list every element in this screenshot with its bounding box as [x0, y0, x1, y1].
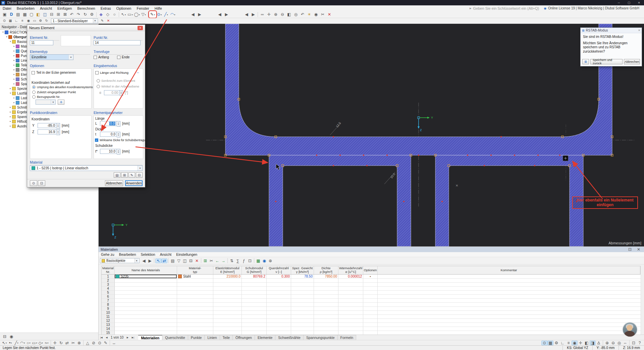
empty-cell[interactable]: [314, 291, 338, 295]
empty-cell[interactable]: [267, 323, 291, 327]
empty-cell[interactable]: [177, 327, 213, 331]
row-number-cell[interactable]: 1: [102, 275, 115, 279]
empty-cell[interactable]: [267, 311, 291, 315]
empty-cell[interactable]: [213, 291, 242, 295]
anfang-checkbox[interactable]: Anfang: [94, 55, 109, 59]
column-header-schubmodul[interactable]: SchubmodulG [N/mm²]: [242, 266, 267, 274]
material-library-button[interactable]: ▤: [114, 172, 120, 178]
undo-icon[interactable]: ↶: [68, 11, 75, 17]
draw-polygon-icon[interactable]: ◇▾: [38, 341, 44, 345]
expander-icon[interactable]: ▸: [9, 125, 12, 127]
delete-icon[interactable]: ⊗: [76, 341, 82, 345]
rstab-app-icon-button[interactable]: ⊞: [582, 59, 589, 64]
empty-cell[interactable]: [314, 295, 338, 299]
empty-cell[interactable]: [378, 319, 641, 323]
empty-cell[interactable]: [242, 319, 267, 323]
navigator-data-icon[interactable]: ⊟: [1, 334, 8, 340]
empty-cell[interactable]: [115, 319, 177, 323]
ende-checkbox[interactable]: Ende: [117, 55, 129, 59]
material-value-cell-4[interactable]: 7850.00: [314, 275, 338, 279]
empty-cell[interactable]: [378, 283, 641, 287]
expander-icon[interactable]: ▾: [5, 36, 8, 38]
empty-cell[interactable]: [338, 307, 363, 311]
workplane-yz-icon[interactable]: ◨: [590, 341, 596, 345]
dialog-titlebar[interactable]: Neues Element ✕: [27, 25, 145, 31]
empty-cell[interactable]: [177, 323, 213, 327]
search-table-icon[interactable]: ⊕: [267, 258, 273, 263]
dock-panel-icon[interactable]: ⊡: [627, 246, 633, 252]
point-picker-button[interactable]: ✛: [58, 100, 64, 105]
menu-item-ansicht[interactable]: Ansicht: [37, 6, 55, 11]
expander-icon[interactable]: ▾: [1, 31, 5, 34]
render-solid-icon[interactable]: ◆: [98, 11, 104, 17]
material-value-cell-5[interactable]: 0.000012: [338, 275, 363, 279]
empty-cell[interactable]: [242, 323, 267, 327]
expander-icon[interactable]: ▸: [9, 87, 12, 90]
empty-cell[interactable]: [314, 287, 338, 291]
pan-small-icon[interactable]: ⇔: [622, 341, 628, 345]
render-transparent-icon[interactable]: ◇: [104, 11, 111, 17]
empty-cell[interactable]: [314, 283, 338, 287]
expander-icon[interactable]: ▸: [12, 64, 16, 66]
tstar-input[interactable]: 10.0: [100, 149, 117, 154]
empty-cell[interactable]: [115, 283, 177, 287]
ortho-toggle-icon[interactable]: ∟: [559, 341, 566, 345]
empty-cell[interactable]: [338, 279, 363, 283]
empty-cell[interactable]: [213, 327, 242, 331]
expander-icon[interactable]: ▸: [12, 68, 16, 71]
empty-cell[interactable]: [242, 287, 267, 291]
graphics-viewport[interactable]: 12.5 10.0 Y Z Y Z: [99, 24, 644, 246]
delete-row-icon[interactable]: ✕: [194, 258, 200, 263]
expander-icon[interactable]: ▾: [9, 92, 12, 95]
empty-cell[interactable]: [213, 295, 242, 299]
empty-cell[interactable]: [291, 303, 314, 307]
empty-cell[interactable]: [213, 307, 242, 311]
empty-cell[interactable]: [314, 315, 338, 319]
select-in-graphic-icon[interactable]: ↖: [155, 258, 161, 263]
empty-cell[interactable]: [291, 279, 314, 283]
empty-cell[interactable]: [363, 299, 378, 303]
empty-cell[interactable]: [291, 319, 314, 323]
rotate-icon[interactable]: ↻: [58, 341, 64, 345]
empty-cell[interactable]: [242, 279, 267, 283]
empty-cell[interactable]: [338, 291, 363, 295]
wirksame-dicke-checkbox[interactable]: Wirksame Dicke für Schubübertragung: [95, 138, 149, 142]
empty-cell[interactable]: [213, 287, 242, 291]
cut-row-icon[interactable]: ✂: [208, 258, 214, 263]
empty-cell[interactable]: [267, 291, 291, 295]
z-coordinate-input[interactable]: 16.9: [38, 129, 56, 134]
save-icon[interactable]: ◫: [42, 11, 48, 17]
expander-icon[interactable]: ▸: [9, 120, 12, 123]
expander-icon[interactable]: ▸: [12, 78, 16, 80]
menu-item-hilfe[interactable]: Hilfe: [152, 6, 165, 11]
light-icon[interactable]: ☀: [306, 11, 313, 17]
empty-cell[interactable]: [338, 287, 363, 291]
materials-menu-einstellungen[interactable]: Einstellungen: [174, 252, 200, 256]
table-view-icon[interactable]: ▤: [170, 258, 176, 263]
empty-cell[interactable]: [378, 315, 641, 319]
new-element-pencil-icon[interactable]: ✎▾: [149, 11, 156, 17]
column-header-name-des-materials[interactable]: Name des Materials: [115, 266, 177, 274]
t-input[interactable]: 0.0: [100, 132, 117, 137]
empty-cell[interactable]: [338, 319, 363, 323]
empty-cell[interactable]: [291, 327, 314, 331]
layer-combo[interactable]: 1 - Standard-Basislayer ▼: [51, 18, 98, 23]
mirror-icon[interactable]: ⇄: [64, 341, 70, 345]
tab-spannungspunkte[interactable]: Spannungspunkte: [304, 335, 338, 340]
draw-arc-icon[interactable]: ◠▾: [19, 341, 25, 345]
tab-linien[interactable]: Linien: [205, 335, 220, 340]
units-icon[interactable]: ⊡: [247, 258, 253, 263]
empty-cell[interactable]: [115, 327, 177, 331]
save-and-return-button[interactable]: Speichern und zurück: [590, 59, 623, 64]
bezugspunkt-combo[interactable]: ▼: [36, 100, 56, 105]
empty-cell[interactable]: [267, 315, 291, 319]
draw-point-icon[interactable]: •▾: [7, 341, 13, 345]
row-number-cell[interactable]: 5: [102, 291, 115, 295]
sync-selection-icon[interactable]: ⇄: [161, 258, 167, 263]
column-header-dichte[interactable]: Dichteρ [kg/m³]: [314, 266, 338, 274]
excel-export-icon[interactable]: ▦: [255, 258, 261, 263]
material-comment-cell[interactable]: [378, 275, 641, 279]
zoom-in-icon[interactable]: ⊕: [272, 11, 279, 17]
new-file-icon[interactable]: ▢: [28, 11, 35, 17]
empty-cell[interactable]: [314, 307, 338, 311]
